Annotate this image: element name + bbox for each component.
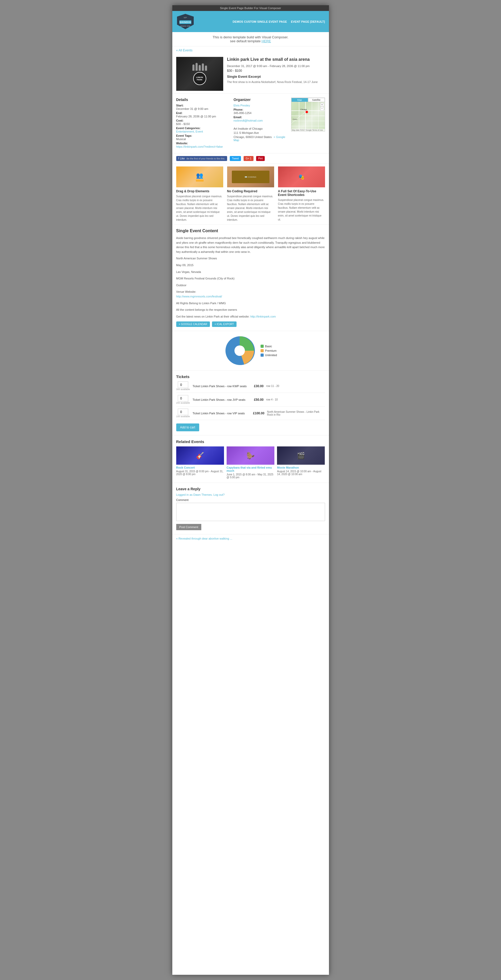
ticket-qty-1: 200 available — [176, 395, 190, 404]
ticket-row-info-1: row 4 - 10 — [266, 398, 325, 401]
logged-in-text[interactable]: Logged in as Dawn Themes. Log out? — [176, 493, 325, 496]
ticket-available-0: 300 available — [176, 388, 190, 391]
demo-here-link[interactable]: HERE — [262, 39, 271, 43]
sec-content-title: Single Event Content — [176, 229, 325, 233]
email-label: Email: — [234, 116, 287, 119]
premium-dot — [260, 349, 264, 352]
categories-row: Event Categories: Entertainment, Event — [176, 127, 230, 133]
twitter-btn[interactable]: Tweet — [230, 156, 241, 161]
ticket-price-2: £100.00 — [253, 412, 264, 415]
event-image: LINKINPARK — [176, 57, 223, 91]
website-label: Website: — [176, 142, 230, 145]
fb-label: Like — [180, 157, 185, 160]
event-price: $30 - $100 — [227, 69, 318, 73]
map-controls: + − — [320, 103, 324, 111]
map-container[interactable]: Map Satellite — [291, 98, 325, 132]
prev-post-link[interactable]: « Revealed through dear abortive walking… — [176, 537, 232, 540]
feature-title-1: No Coding Required — [227, 189, 274, 193]
map-inner: Map Satellite — [291, 98, 325, 131]
comment-label: Comment — [176, 498, 325, 501]
event-excerpt-title: Single Event Excerpt — [227, 75, 318, 78]
phone-label: Phone: — [234, 108, 287, 111]
related-title-1[interactable]: Capybara that via and flirted emu much — [227, 466, 274, 472]
ticket-qty-0: 300 available — [176, 382, 190, 391]
website-row: Website: https://linkinpark.com/?redirec… — [176, 142, 230, 148]
organizer-name-link[interactable]: Elvis Presley — [234, 104, 250, 107]
ticket-qty-input-0[interactable] — [178, 382, 188, 388]
sec-tour-name: North American Summer Shows — [176, 256, 325, 261]
email-link[interactable]: rocknroll@hotmail.com — [234, 119, 263, 122]
calendar-buttons: + GOOGLE CALENDAR + ICAL EXPORT — [176, 321, 325, 327]
related-title-2[interactable]: Movie Marathon — [277, 466, 325, 469]
svg-point-17 — [306, 111, 308, 113]
website-link[interactable]: https://linkinpark.com/?redirect=false — [176, 145, 223, 148]
feature-title-2: A Full Set Of Easy-To-Use Event Shortcod… — [278, 189, 325, 197]
start-value: December 31 @ 9:00 am — [176, 107, 208, 110]
chart-section: Basic Premium Unlimited — [172, 331, 329, 370]
venue-city-row: Chicago, 60603 United States + Google Ma… — [234, 135, 287, 142]
venue-url-link[interactable]: http://www.mgmresorts.com/festival/ — [176, 295, 222, 298]
post-comment-btn[interactable]: Post Comment — [176, 524, 201, 530]
legend-premium: Premium — [260, 349, 277, 352]
feature-cards: 👥 Drag & Drop Elements Suspendisse place… — [172, 164, 329, 224]
basic-label: Basic — [265, 345, 272, 348]
comment-textarea[interactable] — [176, 503, 325, 521]
map-zoom-out[interactable]: − — [320, 107, 324, 111]
demo-sub-text: see default template — [230, 39, 260, 43]
pinterest-btn[interactable]: Pint — [256, 156, 265, 161]
map-zoom-in[interactable]: + — [320, 103, 324, 107]
sec-type: Outdoor — [176, 283, 325, 288]
ical-btn[interactable]: + ICAL EXPORT — [212, 321, 236, 327]
cost-label: Cost: — [176, 119, 230, 122]
comments-title: Leave a Reply — [176, 487, 325, 491]
latest-news-link[interactable]: http://linkinpark.com — [250, 315, 276, 318]
gcal-btn[interactable]: + GOOGLE CALENDAR — [176, 321, 210, 327]
gplus-btn[interactable]: G+ 1 — [244, 156, 254, 161]
categories-links[interactable]: Entertainment, Event — [176, 130, 203, 133]
ticket-available-1: 200 available — [176, 402, 190, 404]
ticket-name-0: Ticket Linkin Park Shows - row KWP seats — [193, 385, 251, 388]
ticket-row-0: 300 available Ticket Linkin Park Shows -… — [176, 382, 325, 393]
venue-city: Chicago, 60603 United States — [234, 135, 272, 138]
svg-text:WP: WP — [183, 16, 187, 19]
start-label: Start: — [176, 104, 230, 107]
event-excerpt-text: The first show is in Austria Nickelsdorf… — [227, 80, 318, 84]
details-title: Details — [176, 98, 230, 102]
map-footer: Map data ©2017 Google Terms of Use — [291, 129, 325, 131]
organizer-name: Elvis Presley — [234, 104, 287, 107]
feature-desc-2: Suspendisse placerat congue maximus. Cra… — [278, 198, 325, 221]
add-to-cart-btn[interactable]: Add to cart — [176, 423, 199, 431]
related-title-0[interactable]: Rock Concert — [176, 466, 224, 469]
details-col: Details Start: December 31 @ 9:00 am End… — [176, 98, 230, 149]
all-events-link[interactable]: « All Events — [176, 49, 193, 52]
phone-value: 345-890-1254 — [234, 111, 252, 115]
related-title: Related Events — [176, 439, 325, 444]
demo-notice-text: This is demo template build with Visual … — [212, 35, 288, 39]
svg-text:Cicero: Cicero — [292, 118, 297, 120]
map-roads-svg: Chicago Cicero — [291, 98, 325, 131]
facebook-like-btn[interactable]: f Like Be the first of your friends to l… — [176, 156, 227, 161]
nav-demos-link[interactable]: DEMOS CUSTOM SINGLE EVENT PAGE — [233, 20, 287, 23]
feature-desc-0: Suspendisse placerat congue maximus. Cra… — [176, 194, 223, 222]
email-row: Email: rocknroll@hotmail.com — [234, 116, 287, 122]
event-title: Linkin park Live at the small of asia ar… — [227, 57, 318, 62]
drag-drop-image: 👥 — [176, 167, 223, 187]
ticket-qty-input-1[interactable] — [178, 395, 188, 402]
feature-card-1: ⌨️ CODING No Coding Required Suspendisse… — [227, 167, 274, 222]
sec-venue: MGM Resorts Festival Grounds (City of Ro… — [176, 276, 325, 281]
related-date-1: June 1, 2015 @ 8:00 am - May 31, 2025 @ … — [227, 473, 274, 479]
feature-title-0: Drag & Drop Elements — [176, 189, 223, 193]
ticket-qty-input-2[interactable] — [178, 409, 188, 415]
tags-row: Event Tags: Musical — [176, 134, 230, 141]
event-hero: LINKINPARK Linkin park Live at the small… — [172, 54, 329, 94]
comments-section: Leave a Reply Logged in as Dawn Themes. … — [172, 483, 329, 534]
coding-image: ⌨️ CODING — [227, 167, 274, 187]
feature-desc-1: Suspendisse placerat congue maximus. Cra… — [227, 194, 274, 222]
ticket-name-2: Ticket Linkin Park Shows - row VIP seats — [193, 412, 250, 415]
tags-value: Musical — [176, 137, 186, 141]
pie-legend: Basic Premium Unlimited — [260, 345, 277, 357]
svg-text:SHINDIG: SHINDIG — [179, 21, 191, 24]
related-cards: 🎸 Rock Concert August 31, 2015 @ 8:00 pm… — [176, 446, 325, 479]
event-info: Linkin park Live at the small of asia ar… — [227, 57, 318, 91]
nav-event-page-link[interactable]: EVENT PAGE [DEFAULT] — [291, 20, 325, 23]
